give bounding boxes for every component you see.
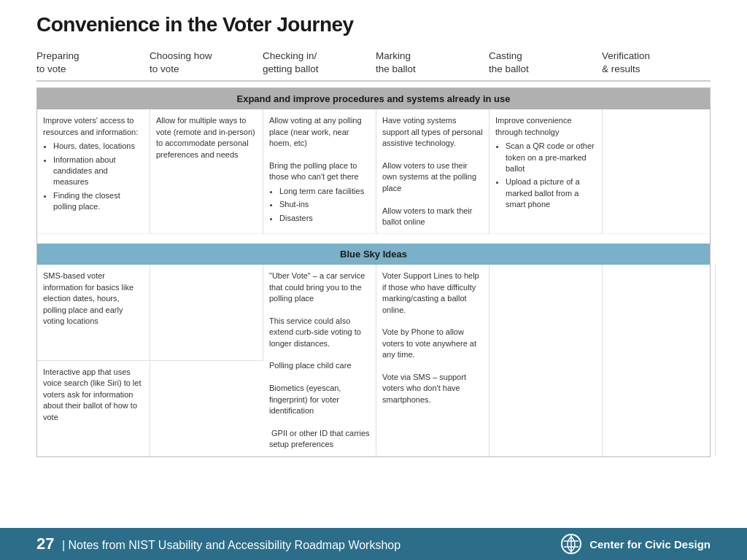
section1-header: Expand and improve procedures and system…: [37, 88, 710, 109]
cell-s2-marking-top: Voter Support Lines to help if those who…: [376, 265, 489, 456]
list-item: Finding the closest polling place.: [53, 190, 144, 213]
list-item: Hours, dates, locations: [53, 141, 144, 152]
column-headers: Preparingto vote Choosing howto vote Che…: [36, 50, 711, 82]
main-content: Convenience in the Voter Journey Prepari…: [0, 0, 747, 464]
col-header-choosing: Choosing howto vote: [150, 50, 263, 76]
cell-s1-marking: Have voting systems support all types of…: [376, 109, 489, 233]
cell-s2-checking-top: "Uber Vote" – a car service that could b…: [263, 265, 376, 456]
section2-header: Blue Sky Ideas: [37, 244, 710, 265]
cell-s1-preparing: Improve voters' access to resources and …: [37, 109, 150, 233]
cell-s2-preparing-top: SMS-based voter information for basics l…: [37, 265, 150, 360]
cell-s2-choosing-top: [150, 265, 263, 360]
section2-rows: SMS-based voter information for basics l…: [37, 265, 710, 456]
ccd-icon: [560, 533, 582, 555]
col-header-verification: Verification& results: [602, 50, 715, 76]
cell-s2-verification-top: [603, 265, 716, 456]
footer-left: 27 | Notes from NIST Usability and Acces…: [36, 534, 400, 553]
col-header-preparing: Preparingto vote: [36, 50, 150, 76]
footer-right: Center for Civic Design: [560, 533, 711, 555]
cell-s2-casting-top: [489, 265, 603, 456]
cell-s2-choosing-bottom: [150, 360, 263, 456]
page-title: Convenience in the Voter Journey: [36, 13, 711, 36]
list-item: Information about candidates and measure…: [53, 155, 144, 188]
cell-s1-choosing: Allow for multiple ways to vote (remote …: [150, 109, 263, 233]
list-item: Shut-ins: [279, 199, 370, 210]
list-item: Upload a picture of a marked ballot from…: [506, 176, 596, 210]
col-header-casting: Castingthe ballot: [489, 50, 602, 76]
page-number: 27: [36, 534, 54, 553]
cell-s2-preparing-bottom: Interactive app that uses voice search (…: [37, 360, 150, 456]
list-item: Disasters: [279, 213, 370, 224]
spacer: [37, 233, 710, 244]
main-table: Expand and improve procedures and system…: [36, 88, 711, 456]
section1-rows: Improve voters' access to resources and …: [37, 109, 710, 233]
list-item: Long term care facilities: [279, 186, 370, 197]
brand-name: Center for Civic Design: [589, 538, 711, 551]
cell-s1-verification: [603, 109, 716, 233]
col-header-marking: Markingthe ballot: [376, 50, 489, 76]
footer: 27 | Notes from NIST Usability and Acces…: [0, 528, 747, 560]
list-item: Scan a QR code or other token on a pre-m…: [506, 141, 596, 174]
cell-s1-casting: Improve convenience through technolgy Sc…: [489, 109, 603, 233]
cell-s1-checking: Allow voting at any polling place (near …: [263, 109, 376, 233]
footer-text: | Notes from NIST Usability and Accessib…: [62, 539, 400, 551]
col-header-checking: Checking in/getting ballot: [263, 50, 376, 76]
